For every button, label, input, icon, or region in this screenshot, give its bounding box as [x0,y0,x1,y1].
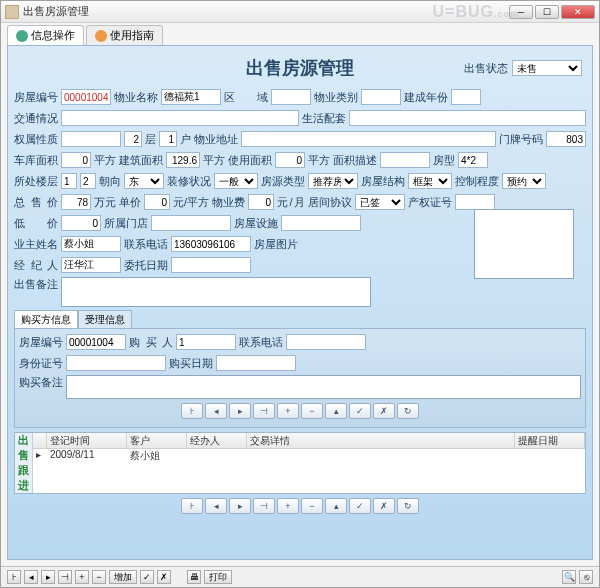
sqm-unit2: 平方 [203,153,225,168]
fu-edit-button[interactable]: ▴ [325,498,347,514]
low-input[interactable] [61,215,101,231]
maximize-button[interactable]: ☐ [535,5,559,19]
door-input[interactable] [546,131,586,147]
deco-select[interactable]: 一般 [214,173,258,189]
area-input[interactable] [271,89,311,105]
edit-button[interactable]: ▴ [325,403,347,419]
areadesc-input[interactable] [380,152,430,168]
first-button[interactable]: ⊦ [181,403,203,419]
buyer-panel: 房屋编号 购买人 联系电话 身份证号 购买日期 购买备注 ⊦ ◂ ▸ [14,328,586,428]
bb-next[interactable]: ▸ [41,570,55,584]
owner-input[interactable] [61,236,121,252]
agent-input[interactable] [61,257,121,273]
bb-del[interactable]: − [92,570,106,584]
total-input[interactable] [61,194,91,210]
house-image[interactable] [474,209,574,279]
wan-unit: 万元 [94,195,116,210]
orient-label: 朝向 [99,174,121,189]
subtab-accept[interactable]: 受理信息 [78,310,132,328]
srctype-select[interactable]: 推荐房 [308,173,358,189]
b-date-input[interactable] [216,355,296,371]
bb-add[interactable]: + [75,570,89,584]
bb-confirm[interactable]: ✓ [140,570,154,584]
ownership-input[interactable] [61,131,121,147]
bb-last[interactable]: ⊣ [58,570,72,584]
fu-next-button[interactable]: ▸ [229,498,251,514]
unitprice-input[interactable] [144,194,170,210]
tab-label: 使用指南 [110,28,154,43]
shop-input[interactable] [151,215,231,231]
fee-input[interactable] [248,194,274,210]
entrust-label: 委托日期 [124,258,168,273]
usearea-label: 使用面积 [228,153,272,168]
orient-select[interactable]: 东 [124,173,164,189]
prop-type-input[interactable] [361,89,401,105]
print-icon[interactable]: 🖶 [187,570,201,584]
refresh-button[interactable]: ↻ [397,403,419,419]
bb-first[interactable]: ⊦ [7,570,21,584]
atfloor-b[interactable] [80,173,96,189]
followup-table[interactable]: 登记时间 客户 经办人 交易详情 提醒日期 ▸ 2009/8/11 蔡小姐 [33,433,585,493]
table-row[interactable]: ▸ 2009/8/11 蔡小姐 [33,449,585,463]
fu-first-button[interactable]: ⊦ [181,498,203,514]
close-button[interactable]: ✕ [561,5,595,19]
unit-input[interactable] [159,131,177,147]
life-input[interactable] [349,110,587,126]
page-title: 出售房源管理 [246,56,354,80]
entrust-input[interactable] [171,257,251,273]
b-buyer-input[interactable] [176,334,236,350]
struct-select[interactable]: 框架 [408,173,452,189]
addr-input[interactable] [241,131,496,147]
fu-delete-button[interactable]: − [301,498,323,514]
bb-print-text[interactable]: 打印 [204,570,232,584]
titlebar: 出售房源管理 U=BUG.com ─ ☐ ✕ [1,1,599,23]
watermark: U=BUG.com [433,3,519,21]
tab-guide[interactable]: 使用指南 [86,25,163,45]
roomtype-input[interactable] [458,152,488,168]
remark-textarea[interactable] [61,277,371,307]
facility-input[interactable] [281,215,361,231]
prev-button[interactable]: ◂ [205,403,227,419]
tab-info[interactable]: 信息操作 [7,25,84,45]
bb-search[interactable]: 🔍 [562,570,576,584]
usearea-input[interactable] [275,152,305,168]
buildarea-input[interactable] [166,152,200,168]
fu-confirm-button[interactable]: ✓ [349,498,371,514]
build-year-input[interactable] [451,89,481,105]
followup-side-label: 出售跟进 [15,433,33,493]
fu-refresh-button[interactable]: ↻ [397,498,419,514]
tel-input[interactable] [171,236,251,252]
bb-cancel[interactable]: ✗ [157,570,171,584]
next-button[interactable]: ▸ [229,403,251,419]
delete-button[interactable]: − [301,403,323,419]
fu-add-button[interactable]: + [277,498,299,514]
b-houseno-input[interactable] [66,334,126,350]
life-label: 生活配套 [302,111,346,126]
b-remark-textarea[interactable] [66,375,581,399]
status-select[interactable]: 未售 [512,60,582,76]
add-button[interactable]: + [277,403,299,419]
fu-prev-button[interactable]: ◂ [205,498,227,514]
area-label: 区域 [224,90,268,105]
fu-last-button[interactable]: ⊣ [253,498,275,514]
fu-cancel-button[interactable]: ✗ [373,498,395,514]
traffic-input[interactable] [61,110,299,126]
garage-input[interactable] [61,152,91,168]
house-no-input[interactable] [61,89,111,105]
atfloor-a[interactable] [61,173,77,189]
ctrl-select[interactable]: 预约 [502,173,546,189]
prop-name-input[interactable] [161,89,221,105]
last-button[interactable]: ⊣ [253,403,275,419]
tab-label: 信息操作 [31,28,75,43]
confirm-button[interactable]: ✓ [349,403,371,419]
bb-prev[interactable]: ◂ [24,570,38,584]
floor-input[interactable] [124,131,142,147]
agree-select[interactable]: 已签 [355,194,405,210]
subtab-buyer[interactable]: 购买方信息 [14,310,78,328]
bb-add-text[interactable]: 增加 [109,570,137,584]
bb-exit[interactable]: ⎋ [579,570,593,584]
cancel-button[interactable]: ✗ [373,403,395,419]
b-tel-input[interactable] [286,334,366,350]
b-id-input[interactable] [66,355,166,371]
cert-input[interactable] [455,194,495,210]
